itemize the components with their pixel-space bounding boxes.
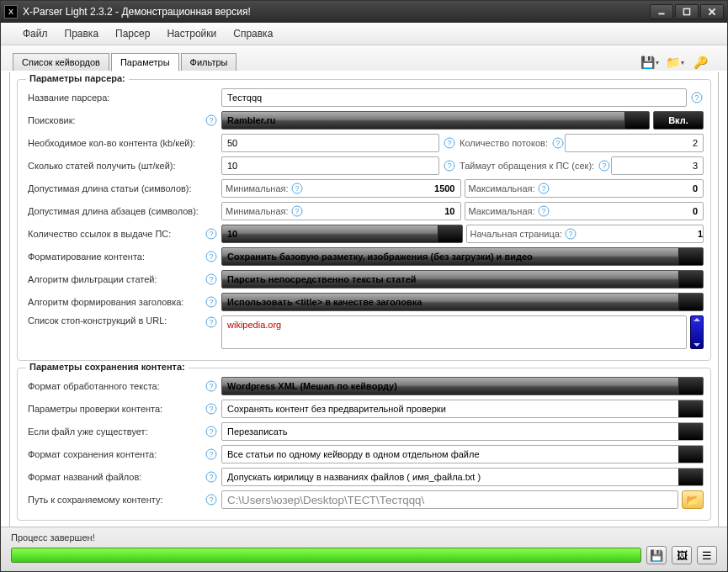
tab-keywords[interactable]: Список кейвордов (13, 53, 109, 71)
formatting-label: Форматирование контента: (24, 252, 201, 262)
help-icon[interactable]: ? (551, 136, 565, 150)
path-label: Путь к сохраняемому контенту: (24, 495, 201, 505)
exists-label: Если файл уже существует: (24, 426, 201, 437)
threads-label: Количество потоков: (460, 138, 548, 148)
help-icon[interactable]: ? (205, 273, 218, 286)
help-icon[interactable]: ? (443, 136, 456, 150)
para-len-label: Допустимая длина абзацев (символов): (24, 206, 201, 216)
save-params-group: Параметры сохранения контента: Формат об… (17, 368, 711, 521)
help-icon[interactable]: ? (205, 402, 218, 416)
menu-parser[interactable]: Парсер (109, 26, 157, 41)
help-icon[interactable]: ? (690, 91, 704, 104)
help-icon[interactable]: ? (205, 493, 218, 506)
svg-text:?: ? (209, 495, 213, 504)
filter-algo-select[interactable]: Парсить непосредственно тексты статей (221, 270, 704, 289)
parser-name-input[interactable] (221, 88, 687, 107)
maximize-button[interactable] (675, 4, 699, 19)
svg-text:?: ? (295, 207, 299, 215)
engine-toggle[interactable]: Вкл. (653, 111, 704, 130)
path-input[interactable] (221, 490, 678, 509)
menu-file[interactable]: Файл (16, 26, 55, 41)
help-icon[interactable]: ? (205, 250, 218, 263)
stop-url-textarea[interactable]: wikipedia.org (221, 315, 687, 349)
parser-params-group: Параметры парсера: Название парсера: ? ?… (17, 79, 711, 361)
article-min-input[interactable] (304, 183, 457, 194)
title-algo-select[interactable]: Использовать <title> в качестве заголовк… (221, 293, 704, 311)
search-engine-select[interactable]: Rambler.ru (221, 111, 650, 130)
fname-select[interactable]: Допускать кирилицу в названиях файлов ( … (221, 468, 704, 486)
svg-text:?: ? (209, 473, 213, 481)
check-select[interactable]: Сохранять контент без предварительной пр… (221, 400, 704, 418)
menu-edit[interactable]: Правка (58, 26, 106, 41)
help-icon[interactable]: ? (205, 227, 218, 241)
articles-input[interactable] (221, 156, 439, 175)
menu-settings[interactable]: Настройки (160, 26, 223, 41)
content-kb-label: Необходимое кол-во контента (kb/кей): (24, 138, 201, 148)
svg-text:?: ? (555, 139, 560, 147)
status-export-button[interactable]: 🖼 (672, 546, 692, 564)
serp-links-select[interactable]: 10 (221, 225, 463, 243)
start-page-input[interactable] (577, 228, 704, 240)
article-max-input[interactable] (550, 183, 699, 194)
format-label: Формат обработанного текста: (24, 381, 201, 391)
help-icon[interactable]: ? (290, 204, 304, 218)
svg-text:?: ? (541, 184, 545, 193)
svg-text:?: ? (447, 162, 451, 170)
min-label: Минимальная: (226, 206, 289, 216)
stop-url-label: Список стоп-конструкций в URL: (24, 315, 201, 326)
check-label: Параметры проверки контента: (24, 404, 201, 414)
format-select[interactable]: Wordpress XML (Мешап по кейворду) (221, 377, 704, 395)
menu-help[interactable]: Справка (226, 26, 279, 41)
svg-text:?: ? (603, 162, 607, 170)
formatting-value: Сохранить базовую разметку, изображения … (227, 252, 533, 262)
key-icon[interactable]: 🔑 (690, 54, 710, 71)
save-fmt-label: Формат сохранения контента: (24, 449, 201, 459)
save-fmt-select[interactable]: Все статьи по одному кейворду в одном от… (221, 445, 704, 463)
formatting-select[interactable]: Сохранить базовую разметку, изображения … (221, 247, 704, 266)
help-icon[interactable]: ? (205, 448, 218, 461)
svg-text:?: ? (568, 230, 572, 238)
svg-text:?: ? (209, 405, 213, 413)
status-save-button[interactable]: 💾 (646, 546, 667, 564)
close-button[interactable] (700, 4, 724, 19)
folder-open-icon: 📂 (686, 494, 699, 506)
status-text: Процесс завершен! (11, 532, 717, 543)
help-icon[interactable]: ? (205, 425, 218, 438)
exists-select[interactable]: Перезаписать (221, 422, 704, 441)
serp-links-label: Количество ссылок в выдаче ПС: (24, 229, 201, 239)
browse-button[interactable]: 📂 (682, 490, 704, 509)
help-icon[interactable]: ? (537, 204, 550, 218)
status-list-button[interactable]: ☰ (697, 546, 717, 564)
help-icon[interactable]: ? (290, 182, 304, 195)
fname-label: Формат названий файлов: (24, 472, 201, 482)
articles-label: Сколько статей получить (шт/кей): (24, 161, 201, 171)
svg-text:?: ? (295, 184, 299, 193)
max-label: Максимальная: (469, 183, 535, 193)
svg-text:?: ? (209, 318, 213, 326)
para-max-input[interactable] (550, 205, 699, 217)
svg-text:?: ? (209, 116, 213, 124)
help-icon[interactable]: ? (205, 379, 218, 393)
help-icon[interactable]: ? (205, 295, 218, 309)
threads-input[interactable] (565, 134, 704, 152)
help-icon[interactable]: ? (205, 470, 218, 484)
minimize-button[interactable] (650, 4, 673, 19)
help-icon[interactable]: ? (564, 227, 577, 241)
tab-filters[interactable]: Фильтры (181, 53, 237, 71)
format-value: Wordpress XML (Мешап по кейворду) (227, 381, 397, 391)
help-icon[interactable]: ? (205, 315, 218, 329)
help-icon[interactable]: ? (537, 182, 550, 195)
timeout-label: Таймаут обращения к ПС (сек): (460, 161, 594, 171)
help-icon[interactable]: ? (598, 159, 611, 172)
help-icon[interactable]: ? (443, 159, 456, 172)
svg-text:?: ? (209, 450, 213, 458)
tab-params[interactable]: Параметры (111, 53, 179, 72)
content-kb-input[interactable] (221, 134, 439, 152)
save-icon[interactable]: 💾▾ (640, 54, 660, 71)
folder-icon[interactable]: 📁▾ (665, 54, 685, 71)
help-icon[interactable]: ? (205, 114, 218, 127)
timeout-input[interactable] (611, 156, 704, 175)
para-min-input[interactable] (304, 205, 457, 217)
status-bar: Процесс завершен! 💾 🖼 ☰ (1, 527, 727, 571)
scrollbar[interactable] (690, 315, 704, 349)
